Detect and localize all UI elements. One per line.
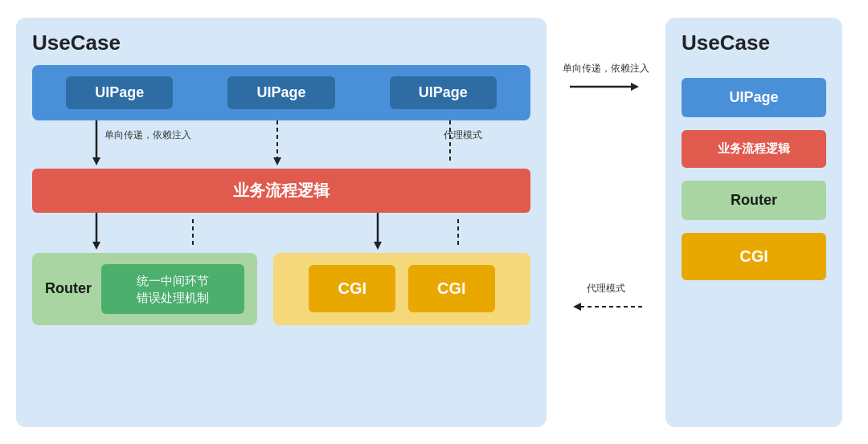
arrow-label-left-top: 单向传递，依赖注入 xyxy=(104,128,191,142)
svg-marker-1 xyxy=(92,157,100,165)
main-container: UseCase UIPage UIPage UIPage xyxy=(8,10,860,435)
right-uipage: UIPage xyxy=(682,78,826,117)
router-label: Router xyxy=(45,280,92,297)
right-bizlogic: 业务流程逻辑 xyxy=(682,130,826,168)
left-usecase-title: UseCase xyxy=(32,31,530,55)
middleware-box: 统一中间环节错误处理机制 xyxy=(101,264,244,314)
bottom-arrow-label: 代理模式 xyxy=(587,282,625,295)
svg-marker-7 xyxy=(92,242,100,250)
svg-marker-17 xyxy=(573,303,581,311)
right-cgi: CGI xyxy=(682,233,826,280)
uipage-2: UIPage xyxy=(227,76,334,109)
svg-marker-3 xyxy=(273,157,281,165)
cgi-box-2: CGI xyxy=(408,265,495,312)
right-router: Router xyxy=(682,181,826,220)
middleware-text: 统一中间环节错误处理机制 xyxy=(137,274,209,304)
cgi-box-1: CGI xyxy=(309,265,395,312)
router-middleware-box: Router 统一中间环节错误处理机制 xyxy=(32,253,257,325)
svg-marker-11 xyxy=(374,242,382,250)
cgi-container: CGI CGI xyxy=(273,253,530,325)
left-usecase-box: UseCase UIPage UIPage UIPage xyxy=(16,18,547,427)
middle-arrows-svg xyxy=(32,120,530,169)
bottom-arrow-svg xyxy=(570,299,642,315)
svg-marker-15 xyxy=(631,83,639,91)
bottom-arrow-group: 代理模式 xyxy=(570,282,642,315)
bottom-arrows-svg xyxy=(32,213,530,253)
bizlogic-bar: 业务流程逻辑 xyxy=(32,169,530,213)
bottom-row: Router 统一中间环节错误处理机制 CGI CGI xyxy=(32,253,530,325)
top-arrow-label: 单向传递，依赖注入 xyxy=(563,62,649,75)
top-arrow-group: 单向传递，依赖注入 xyxy=(563,62,649,95)
uipage-row: UIPage UIPage UIPage xyxy=(32,65,530,120)
uipage-1: UIPage xyxy=(66,76,173,109)
right-usecase-box: UseCase UIPage 业务流程逻辑 Router CGI xyxy=(665,18,842,427)
middle-arrows-area: 单向传递，依赖注入 代理模式 xyxy=(563,18,649,427)
uipage-3: UIPage xyxy=(390,76,497,109)
top-arrow-svg xyxy=(570,79,642,95)
arrow-label-right-top: 代理模式 xyxy=(444,128,482,142)
right-usecase-title: UseCase xyxy=(682,31,826,55)
